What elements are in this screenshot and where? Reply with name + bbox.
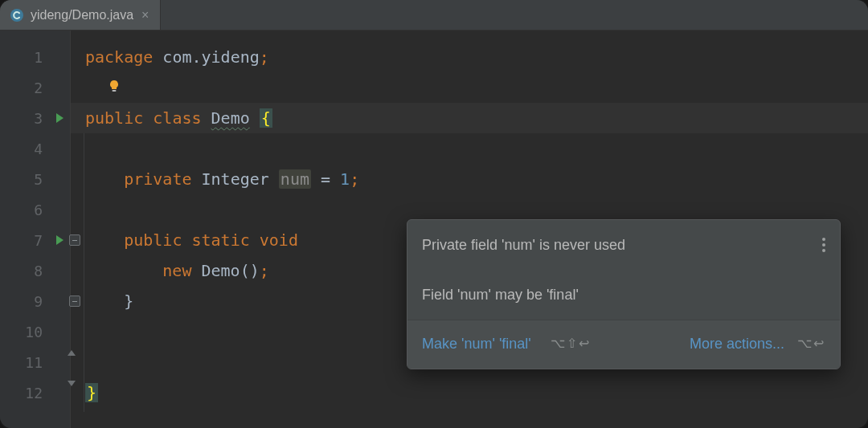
code-line[interactable]: private Integer num = 1; [71, 164, 868, 194]
line-number: 1 [34, 49, 43, 66]
more-actions-link[interactable]: More actions... [690, 328, 784, 359]
gutter-line: 6 [0, 194, 70, 225]
file-tab[interactable]: yideng/Demo.java × [0, 0, 161, 30]
brace: } [85, 383, 98, 402]
class-name: Demo [211, 108, 250, 128]
line-number: 5 [34, 171, 43, 188]
fold-end-icon[interactable] [68, 381, 76, 386]
number-literal: 1 [340, 169, 350, 189]
semicolon: ; [260, 47, 269, 67]
field-name: num [279, 169, 311, 189]
code-line[interactable]: } [71, 377, 868, 408]
intention-bulb-icon[interactable] [106, 74, 122, 104]
gutter-line: 9 [0, 286, 70, 316]
code-line[interactable]: public class Demo { [71, 103, 868, 133]
gutter-line: 2 [0, 72, 70, 103]
line-number: 3 [34, 110, 43, 127]
constructor-call: Demo() [202, 261, 260, 280]
svg-rect-1 [113, 90, 117, 92]
fold-toggle-icon[interactable] [69, 296, 80, 307]
editor-window: yideng/Demo.java × 1 2 3 4 5 6 7 8 9 10 … [0, 0, 868, 428]
brace: { [260, 108, 272, 128]
run-gutter-icon[interactable] [56, 235, 63, 245]
keyword: class [153, 108, 201, 128]
line-number: 10 [25, 324, 43, 340]
gutter-line: 8 [0, 255, 70, 286]
line-number: 7 [34, 232, 43, 249]
run-gutter-icon[interactable] [56, 113, 63, 123]
gutter: 1 2 3 4 5 6 7 8 9 10 11 12 [0, 31, 71, 428]
gutter-line: 11 [0, 347, 70, 377]
inspection-message: Private field 'num' is never used [407, 220, 840, 270]
code-line[interactable] [71, 72, 868, 103]
brace: } [124, 291, 133, 311]
keyword: public [85, 108, 143, 128]
more-options-icon[interactable] [822, 238, 825, 252]
editor-content: 1 2 3 4 5 6 7 8 9 10 11 12 package com.y… [0, 31, 868, 428]
inspection-message: Field 'num' may be 'final' [407, 270, 840, 320]
quick-fix-link[interactable]: Make 'num' 'final' [422, 328, 531, 359]
keyword: private [124, 169, 191, 189]
inspection-actions: Make 'num' 'final' ⌥⇧↩ More actions... ⌥… [407, 320, 840, 369]
keyword: package [85, 47, 153, 67]
gutter-line: 5 [0, 164, 70, 194]
line-number: 4 [34, 141, 43, 157]
gutter-line: 12 [0, 377, 70, 408]
line-number: 11 [25, 354, 43, 371]
keyword: static [191, 230, 249, 250]
fold-toggle-icon[interactable] [69, 234, 80, 246]
gutter-line: 7 [0, 225, 70, 255]
keyword: void [260, 230, 298, 250]
type: Integer [202, 169, 269, 189]
text: = [311, 169, 340, 189]
package-name: com.yideng [162, 47, 259, 67]
gutter-line: 1 [0, 42, 70, 72]
line-number: 2 [34, 79, 43, 96]
code-line[interactable]: package com.yideng; [71, 42, 868, 72]
tab-label: yideng/Demo.java [31, 8, 133, 22]
inspection-text: Field 'num' may be 'final' [422, 279, 579, 310]
semicolon: ; [260, 261, 269, 280]
line-number: 9 [34, 293, 43, 310]
line-number: 12 [25, 385, 43, 402]
keyword: public [124, 230, 182, 250]
java-class-icon [10, 8, 24, 22]
svg-point-0 [10, 9, 23, 22]
code-area[interactable]: package com.yideng; public class Demo { … [71, 31, 868, 428]
tab-bar: yideng/Demo.java × [0, 0, 868, 31]
inspection-popup: Private field 'num' is never used Field … [407, 219, 841, 369]
code-line[interactable] [71, 133, 868, 164]
gutter-line: 4 [0, 133, 70, 164]
shortcut-hint: ⌥⇧↩ [551, 328, 591, 359]
shortcut-hint: ⌥↩ [797, 328, 825, 359]
gutter-line: 3 [0, 103, 70, 133]
line-number: 6 [34, 202, 43, 218]
gutter-line: 10 [0, 316, 70, 347]
semicolon: ; [350, 169, 359, 189]
line-number: 8 [34, 263, 43, 279]
fold-end-icon[interactable] [68, 350, 76, 356]
close-tab-icon[interactable]: × [140, 8, 150, 22]
keyword: new [162, 261, 191, 280]
inspection-text: Private field 'num' is never used [422, 230, 625, 260]
